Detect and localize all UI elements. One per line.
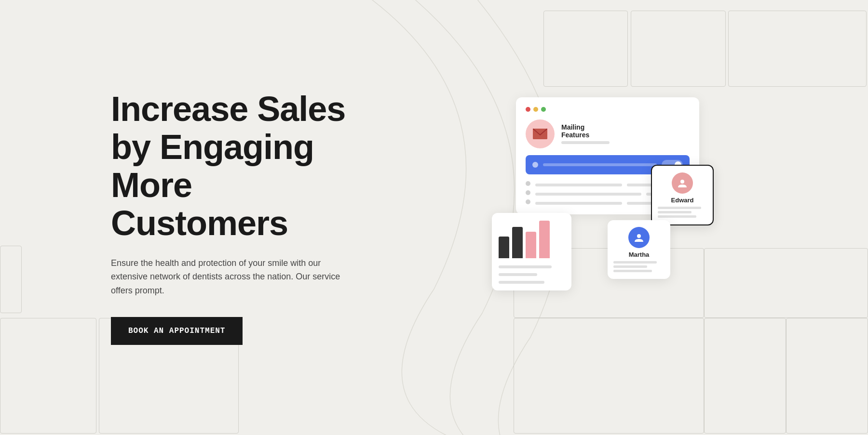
mailing-title-block: Mailing Features: [561, 123, 610, 144]
martha-user-card: Martha: [608, 220, 670, 279]
edward-details: [658, 207, 707, 218]
martha-details: [613, 261, 665, 272]
toggle-indicator: [532, 162, 538, 168]
list-dot: [526, 190, 530, 195]
main-content: Increase Sales by Engaging More Customer…: [0, 0, 868, 435]
user-detail-line: [658, 211, 692, 213]
martha-name: Martha: [629, 251, 650, 258]
mail-icon: [533, 129, 547, 139]
hero-section: Increase Sales by Engaging More Customer…: [111, 90, 371, 345]
mail-icon-circle: [526, 119, 555, 148]
svg-point-1: [680, 180, 684, 184]
user-detail-line: [658, 207, 701, 209]
chart-line: [499, 281, 544, 284]
list-dot: [526, 181, 530, 186]
martha-avatar: [628, 227, 650, 248]
list-line: [535, 184, 622, 186]
svg-point-2: [637, 234, 641, 238]
close-dot: [526, 107, 530, 112]
mailing-subtitle-text: Features: [561, 131, 610, 139]
edward-avatar: [672, 172, 693, 194]
toggle-track: [543, 163, 657, 166]
bar-chart: [499, 220, 565, 258]
bar-2: [512, 227, 523, 258]
hero-illustration: Mailing Features: [492, 97, 781, 338]
chart-line: [499, 265, 552, 268]
mailing-header-row: Mailing Features: [526, 119, 690, 148]
mailing-line: [561, 141, 610, 144]
bar-3: [526, 232, 536, 258]
person-icon: [677, 178, 688, 188]
chart-line: [499, 273, 537, 276]
edward-user-card: Edward: [651, 165, 714, 225]
chart-card: [492, 213, 571, 290]
mailing-title-text: Mailing: [561, 123, 610, 131]
bar-4: [539, 221, 550, 258]
window-controls: [526, 107, 690, 112]
hero-subtitle: Ensure the health and protection of your…: [111, 256, 352, 298]
list-line: [535, 202, 622, 205]
minimize-dot: [533, 107, 538, 112]
list-dot: [526, 199, 530, 204]
bar-1: [499, 237, 509, 258]
user-detail-line: [658, 215, 696, 218]
user-detail-line: [613, 270, 652, 272]
book-appointment-button[interactable]: Book An Appointment: [111, 317, 243, 345]
hero-title: Increase Sales by Engaging More Customer…: [111, 90, 371, 243]
chart-legend: [499, 263, 565, 284]
edward-name: Edward: [671, 197, 694, 204]
user-detail-line: [613, 265, 647, 268]
person-icon: [634, 232, 644, 243]
list-line: [535, 193, 641, 196]
user-detail-line: [613, 261, 657, 264]
maximize-dot: [541, 107, 546, 112]
